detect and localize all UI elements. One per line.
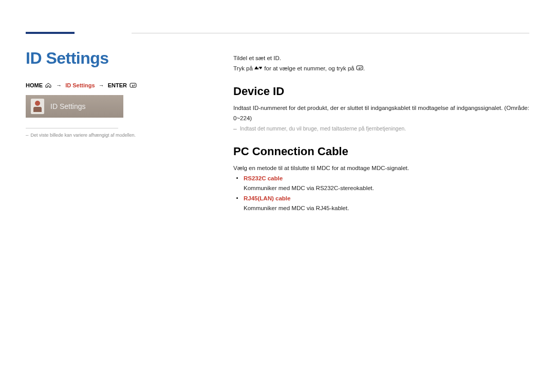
breadcrumb-sep-2: → [99,82,104,88]
bullet-rj45-desc: Kommuniker med MDC via RJ45-kablet. [244,203,529,214]
intro-line-2: Tryk på / for at vælge et nummer, og try… [233,64,529,74]
image-disclaimer-text: Det viste billede kan variere afhængigt … [30,133,136,138]
dash-icon: ― [233,125,237,132]
left-divider [26,128,118,128]
breadcrumb-sep-1: → [56,82,62,88]
home-icon [45,83,51,89]
header-accent-bar [26,32,75,34]
enter-icon [130,83,137,89]
bullet-rj45: RJ45(LAN) cable Kommuniker med MDC via R… [233,194,529,214]
bullet-dot-icon [236,177,238,179]
intro-line-2c: . [363,65,365,71]
dash-icon: ― [26,133,28,138]
intro-line-2b: for at vælge et nummer, og tryk på [263,65,356,71]
intro-line-1: Tildel et sæt et ID. [233,53,529,64]
section-heading-device-id: Device ID [233,85,529,98]
page-title: ID Settings [26,49,211,68]
image-disclaimer: ―Det viste billede kan variere afhængigt… [26,133,211,138]
breadcrumb-current: ID Settings [65,82,95,88]
id-badge-icon [31,99,44,114]
left-column: ID Settings HOME → ID Settings → ENTER I… [26,49,211,138]
breadcrumb-home: HOME [26,82,43,88]
right-column: Tildel et sæt et ID. Tryk på / for at væ… [233,53,529,214]
svg-text:/: / [258,66,260,70]
up-down-arrow-icon: / [254,64,263,74]
bullet-rs232c-title: RS232C cable [244,175,283,181]
device-id-note: ―Indtast det nummer, du vil bruge, med t… [233,124,529,134]
breadcrumb: HOME → ID Settings → ENTER [26,82,211,89]
svg-marker-3 [259,67,262,69]
enter-button-icon [356,64,363,74]
breadcrumb-enter: ENTER [108,82,127,88]
bullet-dot-icon [236,197,238,199]
bullet-rj45-title: RJ45(LAN) cable [244,195,290,201]
device-id-text: Indtast ID-nummeret for det produkt, der… [233,103,529,123]
intro-line-2a: Tryk på [233,65,254,71]
bullet-rs232c: RS232C cable Kommuniker med MDC via RS23… [233,174,529,194]
section-heading-pc-cable: PC Connection Cable [233,145,529,158]
device-id-note-text: Indtast det nummer, du vil bruge, med ta… [240,125,406,132]
menu-screenshot-label: ID Settings [50,102,85,110]
bullet-rs232c-desc: Kommuniker med MDC via RS232C-stereokabl… [244,183,529,194]
header-divider [132,33,529,33]
menu-screenshot: ID Settings [26,95,123,118]
pc-cable-text: Vælg en metode til at tilslutte til MDC … [233,163,529,174]
